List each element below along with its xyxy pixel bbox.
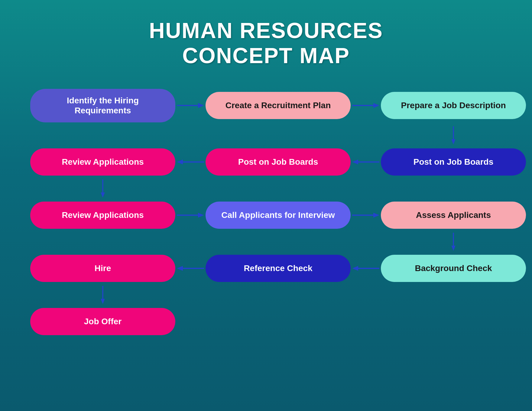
spacer-v-2-4	[351, 178, 381, 199]
svg-marker-15	[373, 213, 379, 218]
spacer-v-1-2	[175, 125, 206, 146]
spacer-v-1-4	[351, 125, 381, 146]
spacer-v-3-3	[206, 231, 351, 252]
svg-marker-9	[352, 160, 358, 164]
arrow-recruitment-to-jobdesc	[351, 86, 381, 125]
node-recruitment-plan: Create a Recruitment Plan	[206, 86, 351, 125]
svg-marker-7	[177, 160, 183, 164]
arrow-review2-to-call	[175, 199, 206, 231]
arrow-identify-to-recruitment	[175, 86, 206, 125]
spacer-v-4-4	[351, 284, 381, 306]
spacer-v-3-4	[351, 231, 381, 252]
node-assess-applicants: Assess Applicants	[381, 199, 526, 231]
node-hire: Hire	[30, 252, 175, 284]
spacer-r5-5	[381, 306, 526, 338]
spacer-r5-2	[175, 306, 206, 338]
svg-marker-13	[198, 213, 204, 218]
spacer-r5-3	[206, 306, 351, 338]
spacer-v-4-3	[206, 284, 351, 306]
arrow-refcheck-to-hire	[175, 252, 206, 284]
spacer-v-1-3	[206, 125, 351, 146]
svg-marker-19	[177, 266, 183, 271]
arrow-hire-down	[30, 284, 175, 306]
spacer-v-3-1	[30, 231, 175, 252]
svg-marker-5	[451, 139, 456, 144]
svg-marker-3	[373, 103, 379, 108]
svg-marker-1	[198, 103, 204, 108]
arrow-bgcheck-to-refcheck	[351, 252, 381, 284]
spacer-v-1-1	[30, 125, 175, 146]
diagram: Identify the Hiring Requirements Create …	[30, 86, 502, 338]
spacer-v-4-5	[381, 284, 526, 306]
title-area: HUMAN RESOURCES CONCEPT MAP	[149, 18, 383, 68]
arrow-assess-down	[381, 231, 526, 252]
node-post-boards-mid: Post on Job Boards	[206, 146, 351, 178]
node-review-apps-1: Review Applications	[30, 146, 175, 178]
node-job-description: Prepare a Job Description	[381, 86, 526, 125]
arrow-postright-to-postmid	[351, 146, 381, 178]
spacer-v-2-5	[381, 178, 526, 199]
node-bg-check: Background Check	[381, 252, 526, 284]
arrow-call-to-assess	[351, 199, 381, 231]
spacer-v-3-2	[175, 231, 206, 252]
spacer-r5-4	[351, 306, 381, 338]
node-post-boards-right: Post on Job Boards	[381, 146, 526, 178]
svg-marker-21	[352, 266, 358, 271]
svg-marker-23	[101, 299, 105, 304]
arrow-review1-down	[30, 178, 175, 199]
node-call-applicants: Call Applicants for Interview	[206, 199, 351, 231]
node-ref-check: Reference Check	[206, 252, 351, 284]
page-title: HUMAN RESOURCES CONCEPT MAP	[149, 18, 383, 68]
node-review-apps-2: Review Applications	[30, 199, 175, 231]
spacer-v-2-3	[206, 178, 351, 199]
node-job-offer: Job Offer	[30, 306, 175, 338]
node-identify: Identify the Hiring Requirements	[30, 86, 175, 125]
arrow-postmid-to-review	[175, 146, 206, 178]
spacer-v-4-2	[175, 284, 206, 306]
arrow-jobdesc-down	[381, 125, 526, 146]
svg-marker-17	[451, 246, 456, 251]
svg-marker-11	[101, 193, 105, 198]
spacer-v-2-2	[175, 178, 206, 199]
